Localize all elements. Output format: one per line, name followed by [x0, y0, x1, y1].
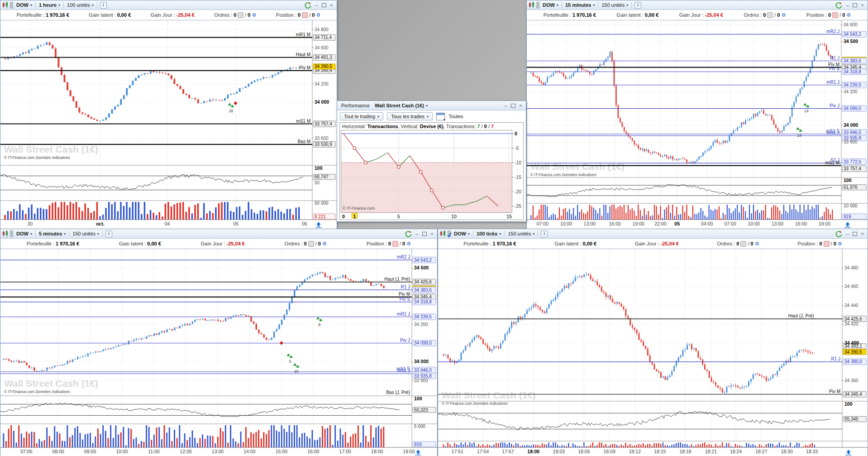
units-dropdown[interactable]: 150 unités [70, 230, 101, 237]
chart-svg[interactable]: 17:5117:5417:5718:0018:0318:0618:0918:12… [438, 249, 868, 456]
instrument-dropdown[interactable]: DOW [14, 230, 34, 237]
chart-canvas[interactable]: 07:0008:0009:0010:0011:0012:0013:0014:00… [0, 249, 437, 456]
orders-list-icon[interactable] [767, 12, 773, 18]
position-settings-gear-icon[interactable]: ⚙ [846, 12, 851, 18]
svg-text:8 221: 8 221 [315, 214, 326, 219]
x-axis-label: 18:30 [781, 449, 793, 454]
maximize-button[interactable] [853, 232, 857, 236]
trading-filter-dropdown[interactable]: Tout le trading [340, 112, 383, 120]
info-icon[interactable]: i [100, 2, 107, 9]
position-close-icon[interactable] [392, 241, 398, 247]
orders-settings-gear-icon[interactable]: ⚙ [755, 241, 759, 247]
minimize-button[interactable]: – [314, 3, 320, 8]
orders-settings-gear-icon[interactable]: ⚙ [252, 12, 256, 18]
x-axis-label: 13:00 [584, 221, 596, 226]
chart-canvas[interactable]: 07:0010:0013:0016:0019:0022:000504:0007:… [527, 20, 868, 229]
performance-instrument-select[interactable]: Wall Street Cash (1€) [372, 102, 430, 109]
position-settings-gear-icon[interactable]: ⚙ [838, 241, 842, 247]
maximize-button[interactable] [422, 232, 427, 236]
maximize-button[interactable] [511, 104, 515, 108]
chart-canvas[interactable]: 30oct.040506Wall Street Cash (1€)© IT-Fi… [0, 20, 337, 229]
performance-svg[interactable]: 0-5-10-15-20-250151015© IT-Finance.com [340, 130, 522, 219]
minimize-button[interactable]: – [414, 231, 420, 236]
price-axis[interactable]: 34 48034 46034 44034 42034 40034 360 [842, 265, 859, 383]
day-gain-value: -25,04 € [705, 12, 723, 18]
info-icon[interactable]: i [105, 230, 112, 237]
position-close-icon[interactable] [302, 12, 308, 18]
window-link-icon[interactable] [535, 1, 540, 9]
x-axis-label: 18:12 [629, 449, 641, 454]
minimize-button[interactable]: – [844, 231, 850, 236]
position-value: 0 [388, 241, 391, 246]
window-link-icon[interactable] [9, 230, 14, 238]
timeframe-dropdown[interactable]: 1 heure [37, 2, 62, 8]
units-dropdown[interactable]: 150 unités [599, 2, 630, 8]
instrument-dropdown[interactable]: DOW [14, 2, 34, 8]
orders-list-icon[interactable] [740, 241, 746, 247]
performance-chart[interactable]: 0-5-10-15-20-250151015© IT-Finance.com [340, 130, 523, 220]
instrument-dropdown[interactable]: DOW [540, 2, 561, 8]
window-titlebar: DOW5 minutes150 unitési–× [0, 229, 437, 239]
period-label: Toutes [448, 114, 463, 119]
close-button[interactable]: × [429, 231, 435, 236]
portfolio: Portefeuille :1 970,16 € [463, 241, 516, 246]
scroll-to-latest-button[interactable] [846, 450, 851, 455]
trades-filter-dropdown[interactable]: Tous les trades [387, 112, 433, 120]
position-close-icon[interactable] [832, 12, 838, 18]
orders-list-icon[interactable] [238, 12, 243, 18]
window-link-icon[interactable] [9, 1, 14, 9]
price-tick: 34 420 [844, 322, 858, 326]
refresh-sync-icon[interactable] [835, 230, 842, 237]
units-dropdown[interactable]: 100 unités [65, 2, 96, 8]
scroll-to-latest-button[interactable] [415, 450, 421, 455]
minimize-button[interactable]: – [844, 3, 850, 8]
orders-settings-gear-icon[interactable]: ⚙ [322, 241, 327, 247]
scroll-to-latest-button[interactable] [845, 222, 850, 227]
chart-canvas[interactable]: 17:5117:5417:5718:0018:0318:0618:0918:12… [438, 249, 868, 456]
close-button[interactable]: × [518, 103, 524, 108]
calendar-icon[interactable] [436, 113, 445, 120]
maximize-button[interactable] [322, 3, 326, 7]
chart-window-1-heure[interactable]: DOW1 heure100 unitési–×Portefeuille :1 9… [0, 0, 337, 229]
orders-settings-gear-icon[interactable]: ⚙ [781, 12, 786, 18]
refresh-sync-icon[interactable] [305, 2, 311, 9]
orders-list-icon[interactable] [308, 241, 314, 247]
candles [443, 272, 816, 394]
performance-window[interactable]: Performance Wall Street Cash (1€) – × To… [337, 101, 526, 222]
close-button[interactable]: × [329, 3, 334, 8]
position-settings-gear-icon[interactable]: ⚙ [406, 241, 411, 247]
refresh-sync-icon[interactable] [405, 230, 412, 237]
chart-svg[interactable]: 30oct.040506Wall Street Cash (1€)© IT-Fi… [0, 20, 337, 228]
position-settings-gear-icon[interactable]: ⚙ [316, 12, 320, 18]
units-dropdown[interactable]: 150 unités [506, 230, 537, 237]
candles [3, 272, 384, 372]
window-link-icon[interactable] [447, 230, 452, 238]
instrument-dropdown[interactable]: DOW [452, 230, 472, 237]
chart-window-15-minutes[interactable]: DOW15 minutes150 unitési–×Portefeuille :… [526, 0, 868, 229]
window-titlebar: DOW15 minutes150 unitési–× [527, 0, 868, 10]
scroll-to-latest-button[interactable] [316, 222, 321, 227]
day-gain-label: Gain Jour : [151, 12, 175, 18]
chart-window-100-ticks[interactable]: DOW100 ticks150 unitési–×Portefeuille :1… [438, 229, 868, 456]
trade-point [353, 147, 356, 150]
refresh-sync-icon[interactable] [835, 2, 842, 9]
close-button[interactable]: × [859, 231, 865, 236]
trade-point [420, 170, 423, 173]
minimize-button[interactable]: – [503, 103, 509, 108]
timeframe-dropdown[interactable]: 15 minutes [563, 2, 597, 8]
orders-label: Ordres : [285, 241, 303, 246]
volume-axis: 50 0008 221 [313, 201, 335, 219]
timeframe-dropdown[interactable]: 5 minutes [37, 230, 68, 237]
chart-svg[interactable]: 07:0008:0009:0010:0011:0012:0013:0014:00… [0, 249, 437, 456]
chart-svg[interactable]: 07:0010:0013:0016:0019:0022:000504:0007:… [527, 20, 868, 228]
position-close-icon[interactable] [824, 241, 830, 247]
chart-window-5-minutes[interactable]: DOW5 minutes150 unitési–×Portefeuille :1… [0, 229, 438, 456]
price-tick: 34 200 [315, 82, 329, 86]
info-icon[interactable]: i [541, 230, 548, 237]
close-button[interactable]: × [859, 3, 865, 8]
volume-bars [3, 425, 384, 447]
maximize-button[interactable] [853, 3, 857, 7]
info-icon[interactable]: i [634, 2, 641, 9]
timeframe-dropdown[interactable]: 100 ticks [474, 230, 504, 237]
performance-title: Performance [339, 103, 372, 108]
